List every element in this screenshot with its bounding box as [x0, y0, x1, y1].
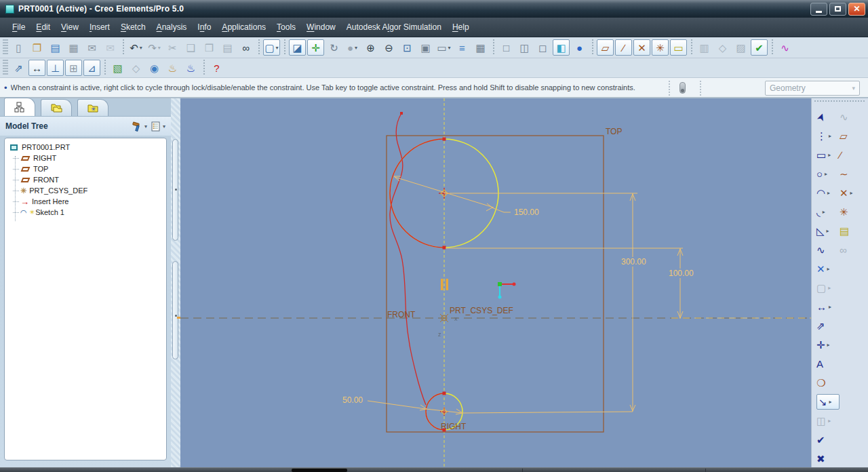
flyout-arrow-icon[interactable]: ▸: [850, 190, 853, 196]
annotation-display-button[interactable]: ▭: [670, 39, 687, 56]
datum-line-tool[interactable]: ∕: [840, 150, 863, 160]
datum-point-tool[interactable]: ✕▸: [840, 188, 863, 198]
flyout-arrow-icon[interactable]: ▸: [827, 228, 829, 234]
splitter-handle[interactable]: [172, 139, 178, 241]
vertex-display-button[interactable]: ⊿: [83, 60, 100, 76]
maximize-button[interactable]: [829, 3, 846, 16]
dimension-150-lines[interactable]: [394, 176, 511, 212]
chamfer-tool[interactable]: ◺▸: [816, 226, 840, 236]
zoom-out-button[interactable]: ⊖: [380, 39, 397, 56]
dimension-display-button[interactable]: ↔: [28, 60, 45, 76]
selection-filter-button[interactable]: ▢▾: [263, 39, 280, 56]
geometry-check-button[interactable]: ✔: [751, 39, 768, 56]
palette-tool[interactable]: ❍: [816, 378, 840, 388]
find-button[interactable]: ∞: [237, 39, 254, 56]
menu-info[interactable]: Info: [192, 20, 216, 35]
done-button[interactable]: ✔: [816, 435, 840, 445]
dropdown-arrow-icon[interactable]: ▾: [355, 45, 357, 51]
chevron-down-icon[interactable]: ▾: [163, 123, 165, 130]
csys-marker[interactable]: [440, 314, 448, 322]
tree-item-front[interactable]: FRONT: [6, 174, 165, 185]
datum-axis-display-button[interactable]: ∕: [615, 39, 632, 56]
tree-item-top[interactable]: TOP: [6, 163, 165, 174]
favorites-tab[interactable]: ✳: [77, 99, 108, 116]
scene-button[interactable]: ▧: [109, 60, 126, 76]
sketch-spline[interactable]: [390, 113, 426, 405]
undo-button[interactable]: ↶▾: [127, 39, 144, 56]
select-tool[interactable]: ➤: [816, 112, 840, 122]
datum-plane-display-button[interactable]: ▱: [597, 39, 614, 56]
flyout-arrow-icon[interactable]: ▸: [827, 266, 830, 272]
shaded-model-button[interactable]: ●▾: [344, 39, 361, 56]
flyout-arrow-icon[interactable]: ▸: [827, 342, 830, 348]
dimension-100-label[interactable]: 100.00: [667, 269, 695, 278]
flyout-arrow-icon[interactable]: ▸: [829, 399, 832, 405]
repaint-button[interactable]: ◪: [289, 39, 306, 56]
flyout-arrow-icon[interactable]: ▸: [827, 190, 830, 196]
dropdown-arrow-icon[interactable]: ▾: [158, 45, 161, 51]
rectangle-tool[interactable]: ▭▸: [816, 150, 840, 160]
spline-endpoint[interactable]: [400, 112, 403, 115]
open-button[interactable]: ❐: [28, 39, 45, 56]
text-tool[interactable]: A: [816, 359, 840, 369]
dimension-50-lines[interactable]: [368, 401, 633, 414]
close-button[interactable]: ✕: [848, 3, 865, 16]
grid-display-button[interactable]: ⊞: [65, 60, 82, 76]
cancel-button[interactable]: ✖: [816, 454, 840, 464]
sketch-canvas[interactable]: TOP FRONT PRT_CSYS_DEF RIGHT 150.00 300.…: [180, 98, 811, 467]
taskbar-item[interactable]: [292, 469, 347, 472]
shaded-button[interactable]: ◧: [553, 39, 570, 56]
spin-center-button[interactable]: ✛: [307, 39, 324, 56]
dropdown-arrow-icon[interactable]: ▾: [140, 45, 142, 51]
datum-plane-tool[interactable]: ▱: [840, 131, 863, 141]
reorient-button[interactable]: ▣: [417, 39, 434, 56]
spline-tool[interactable]: ∿: [816, 245, 840, 255]
menu-tools[interactable]: Tools: [271, 20, 301, 35]
dimension-150-label[interactable]: 150.00: [514, 208, 539, 217]
tree-item-prt-csys-def[interactable]: ✳PRT_CSYS_DEF: [6, 185, 165, 196]
large-circle-highlight[interactable]: [390, 139, 444, 248]
dropdown-arrow-icon[interactable]: ▾: [448, 45, 451, 51]
small-circle-center[interactable]: [440, 408, 448, 416]
dimension-tool[interactable]: ↔▸: [816, 302, 840, 312]
flyout-arrow-icon[interactable]: ▸: [825, 171, 827, 177]
panel-splitter[interactable]: [171, 98, 180, 467]
circle-tool[interactable]: ○▸: [816, 169, 840, 179]
tree-item-prt0001-prt[interactable]: PRT0001.PRT: [6, 142, 165, 153]
csys-display-button[interactable]: ✳: [652, 39, 669, 56]
orient-mode-button[interactable]: ↻: [326, 39, 342, 56]
enhanced-realism-button[interactable]: ●: [571, 39, 588, 56]
datum-plane-rectangle[interactable]: [387, 136, 604, 432]
sketcher-diagnostics-button[interactable]: ∿: [776, 39, 793, 56]
perimeter-dimension-tool[interactable]: ▤: [840, 226, 863, 236]
view-manager-button[interactable]: ▦: [472, 39, 489, 56]
dimension-50-label[interactable]: 50.00: [342, 395, 363, 405]
circle-top-vertex[interactable]: [443, 138, 446, 141]
dimension-300-label[interactable]: 300.00: [620, 257, 648, 267]
menu-view[interactable]: View: [56, 20, 84, 35]
fillet-tool[interactable]: ◟▸: [816, 207, 840, 217]
centerline-tool[interactable]: ⋮▸: [816, 131, 840, 141]
menu-autodesk-algor-simulation[interactable]: Autodesk Algor Simulation: [341, 20, 447, 35]
print-button[interactable]: ▦: [65, 39, 82, 56]
flyout-arrow-icon[interactable]: ▸: [829, 304, 831, 310]
chevron-down-icon[interactable]: ▾: [144, 123, 147, 130]
tree-item-insert-here[interactable]: →Insert Here: [6, 196, 165, 207]
menu-sketch[interactable]: Sketch: [115, 20, 151, 35]
flyout-arrow-icon[interactable]: ▸: [828, 152, 831, 158]
new-file-button[interactable]: ▯: [10, 39, 27, 56]
saved-views-button[interactable]: ▭▾: [435, 39, 452, 56]
save-button[interactable]: ▤: [47, 39, 64, 56]
layers-button[interactable]: ≡: [454, 39, 471, 56]
dimension-300-lines[interactable]: [444, 193, 637, 412]
zoom-in-button[interactable]: ⊕: [362, 39, 379, 56]
refit-button[interactable]: ⊡: [399, 39, 416, 56]
menu-help[interactable]: Help: [447, 20, 475, 35]
menu-file[interactable]: File: [7, 20, 31, 35]
render-button[interactable]: ♨: [182, 60, 199, 76]
use-edge-tool[interactable]: ↘▸: [816, 394, 840, 410]
splitter-handle[interactable]: [172, 261, 178, 359]
point-display-button[interactable]: ✕: [633, 39, 650, 56]
dropdown-arrow-icon[interactable]: ▾: [276, 45, 279, 51]
tree-show-button[interactable]: ▾: [151, 121, 165, 132]
